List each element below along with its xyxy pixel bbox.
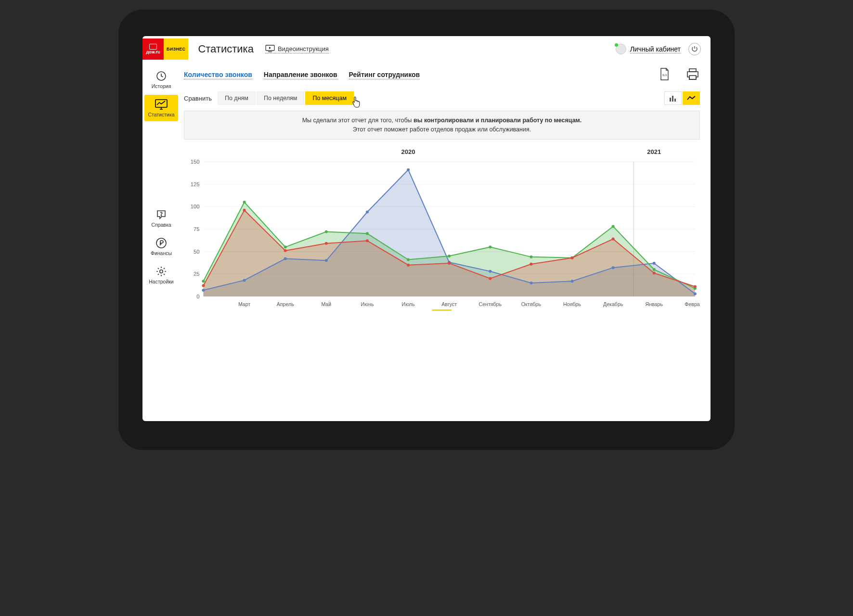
bar-chart-icon	[669, 95, 677, 102]
svg-text:Август: Август	[441, 301, 457, 307]
tab-call-direction[interactable]: Направление звонков	[264, 71, 337, 79]
svg-point-49	[448, 255, 451, 257]
sidebar-item-label: Финансы	[151, 250, 172, 256]
svg-point-45	[284, 245, 287, 248]
svg-point-39	[570, 280, 573, 282]
svg-point-37	[489, 270, 491, 272]
info-line1-pre: Мы сделали этот отчет для того, чтобы	[302, 117, 414, 124]
svg-point-40	[612, 266, 615, 269]
logout-button[interactable]	[688, 43, 701, 55]
svg-point-46	[325, 230, 328, 233]
tab-employee-rating[interactable]: Рейтинг сотрудников	[349, 71, 420, 79]
print-button[interactable]	[685, 67, 700, 83]
video-link-label: Видеоинструкция	[278, 45, 329, 52]
svg-text:Апрель: Апрель	[277, 301, 294, 307]
logo-text: дом.ru	[146, 50, 160, 54]
svg-point-6	[161, 215, 161, 216]
compare-by-days[interactable]: По дням	[218, 91, 256, 105]
svg-point-63	[489, 277, 491, 280]
svg-text:25: 25	[194, 271, 199, 277]
svg-point-38	[530, 282, 532, 284]
help-bubble-icon	[155, 209, 167, 220]
video-instruction-link[interactable]: Видеоинструкция	[265, 45, 329, 53]
sidebar-item-help[interactable]: Справка	[144, 205, 178, 231]
online-dot-icon	[615, 43, 618, 47]
svg-point-65	[570, 256, 573, 259]
avatar-icon	[616, 44, 626, 54]
sidebar-item-label: Статистика	[148, 112, 174, 117]
svg-point-32	[284, 257, 287, 260]
svg-text:150: 150	[191, 159, 200, 165]
account-link[interactable]: Личный кабинет	[616, 44, 681, 54]
svg-point-35	[407, 168, 410, 171]
svg-point-50	[489, 245, 491, 248]
svg-point-34	[366, 210, 369, 213]
sidebar-item-finance[interactable]: Финансы	[144, 233, 178, 260]
svg-text:Февраль: Февраль	[685, 301, 700, 307]
chart-svg: 0255075100125150МартАпрельМайИюньИюльАвг…	[184, 157, 700, 311]
chart-type-bar[interactable]	[664, 91, 682, 105]
svg-point-68	[694, 285, 697, 288]
svg-point-57	[243, 208, 246, 211]
svg-point-60	[366, 239, 369, 242]
gear-icon	[155, 266, 167, 277]
svg-rect-14	[674, 99, 676, 102]
account-label: Личный кабинет	[630, 45, 681, 53]
svg-text:75: 75	[194, 226, 199, 232]
svg-text:Март: Март	[238, 301, 251, 307]
info-line2: Этот отчет поможет работе отделов продаж…	[193, 125, 691, 134]
tab-call-count[interactable]: Количество звонков	[184, 71, 252, 79]
logo[interactable]: дом.ru БИЗНЕС	[142, 38, 188, 60]
compare-by-weeks[interactable]: По неделям	[257, 91, 304, 105]
compare-label: Сравнить	[184, 95, 212, 102]
main-tabs: Количество звонков Направление звонков Р…	[184, 67, 700, 83]
svg-text:Ноябрь: Ноябрь	[563, 301, 581, 307]
svg-point-30	[202, 288, 205, 291]
svg-point-48	[407, 258, 410, 261]
svg-point-31	[243, 279, 246, 282]
logo-red: дом.ru	[142, 38, 164, 60]
tablet-frame: дом.ru БИЗНЕС Статистика Видеоинструкция…	[118, 10, 735, 450]
svg-rect-11	[689, 76, 696, 79]
svg-point-54	[653, 268, 656, 271]
file-xls-icon: XLS	[659, 67, 670, 81]
year-label: 2021	[647, 148, 661, 155]
svg-point-59	[325, 242, 328, 244]
svg-rect-10	[689, 69, 696, 72]
sidebar-item-history[interactable]: История	[144, 66, 178, 93]
chart-type-line[interactable]	[683, 91, 700, 105]
info-line1-bold: вы контролировали и планировали работу п…	[414, 117, 582, 124]
sidebar-item-label: Настройки	[149, 279, 174, 284]
sidebar-item-settings[interactable]: Настройки	[144, 262, 178, 288]
sidebar: История Статистика	[142, 63, 180, 421]
svg-point-67	[653, 271, 656, 274]
svg-point-8	[160, 270, 163, 273]
svg-point-56	[202, 284, 205, 287]
main: Количество звонков Направление звонков Р…	[180, 63, 711, 421]
svg-point-42	[694, 292, 697, 295]
year-label: 2020	[401, 148, 415, 155]
svg-point-44	[243, 201, 246, 204]
printer-icon	[685, 67, 700, 81]
svg-point-61	[407, 263, 410, 266]
svg-point-64	[530, 262, 532, 265]
year-labels: 20202021	[184, 148, 700, 157]
svg-point-33	[325, 259, 328, 262]
ruble-icon	[155, 237, 167, 249]
svg-rect-13	[672, 96, 673, 102]
svg-point-43	[202, 280, 205, 282]
svg-text:Декабрь: Декабрь	[603, 301, 623, 307]
export-xls-button[interactable]: XLS	[659, 67, 670, 83]
info-box: Мы сделали этот отчет для того, чтобы вы…	[184, 111, 700, 140]
play-monitor-icon	[265, 45, 275, 52]
compare-by-months[interactable]: По месяцам	[305, 91, 354, 105]
svg-point-66	[612, 237, 615, 240]
svg-text:Июль: Июль	[402, 301, 415, 307]
svg-point-53	[612, 225, 615, 228]
sidebar-item-statistics[interactable]: Статистика	[144, 95, 178, 121]
svg-text:Июнь: Июнь	[361, 301, 374, 307]
screen: дом.ru БИЗНЕС Статистика Видеоинструкция…	[142, 36, 711, 421]
logo-box-icon	[149, 44, 157, 50]
svg-rect-12	[670, 98, 671, 102]
svg-text:100: 100	[191, 204, 200, 209]
